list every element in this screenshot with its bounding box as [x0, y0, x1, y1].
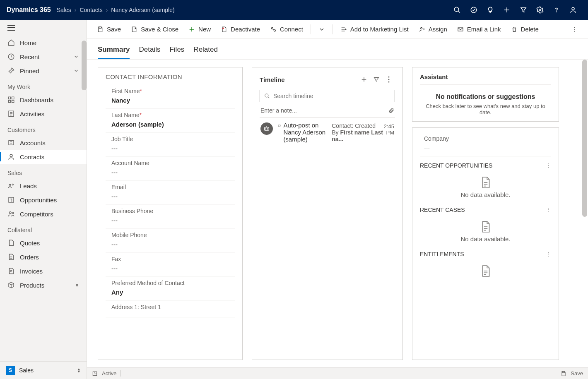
save-icon[interactable] [561, 371, 566, 377]
new-button[interactable]: New [184, 23, 215, 35]
svg-rect-15 [12, 101, 14, 103]
sidebar-item-recent[interactable]: Recent [0, 50, 87, 64]
no-data-text: No data available. [420, 191, 551, 198]
form-field[interactable]: Address 1: Street 1 [106, 300, 235, 317]
help-icon[interactable] [548, 0, 565, 20]
svg-point-7 [572, 7, 574, 10]
field-value: --- [111, 265, 234, 272]
assign-button[interactable]: Assign [414, 23, 451, 35]
scrollbar-thumb[interactable] [582, 60, 587, 217]
company-value[interactable]: --- [420, 144, 551, 151]
more-icon[interactable]: ⋮ [545, 206, 551, 213]
sidebar-item-pinned[interactable]: Pinned [0, 64, 87, 78]
popout-icon[interactable] [92, 371, 98, 377]
sidebar-item-label: Leads [20, 182, 37, 190]
tab-related[interactable]: Related [193, 43, 218, 59]
form-field[interactable]: Job Title--- [106, 132, 235, 156]
sidebar-item-activities[interactable]: Activities [0, 107, 87, 121]
tab-files[interactable]: Files [169, 43, 184, 59]
timeline-item[interactable]: Auto-post on Nancy Aderson (sample) Cont… [260, 118, 395, 367]
sidebar-section-sales: Sales [0, 164, 87, 179]
tab-details[interactable]: Details [139, 43, 160, 59]
sidebar-item-invoices[interactable]: Invoices [0, 264, 87, 278]
sidebar-item-home[interactable]: Home [0, 36, 87, 50]
timeline-more-button[interactable] [383, 73, 395, 86]
sidebar-item-label: Competitors [20, 211, 53, 218]
field-value: Nancy [111, 97, 234, 104]
assistant-card: Assistant No notifications or suggestion… [412, 67, 559, 122]
more-icon[interactable]: ⋮ [545, 251, 551, 257]
section-heading: CONTACT INFORMATION [106, 73, 235, 80]
sidebar-area-switcher[interactable]: S Sales ▲▼ [0, 361, 87, 379]
timeline-search-input[interactable] [273, 93, 390, 99]
form-field[interactable]: Email--- [106, 180, 235, 204]
save-button[interactable]: Save [93, 23, 125, 35]
status-save[interactable]: Save [571, 370, 583, 377]
deactivate-button[interactable]: Deactivate [217, 23, 264, 35]
sidebar-item-quotes[interactable]: Quotes [0, 236, 87, 250]
delete-button[interactable]: Delete [507, 23, 543, 35]
svg-point-31 [420, 27, 422, 29]
save-close-button[interactable]: Save & Close [127, 23, 183, 35]
form-field[interactable]: Fax--- [106, 252, 235, 276]
filter-icon[interactable] [515, 0, 532, 20]
svg-rect-24 [99, 27, 101, 28]
field-value: Aderson (sample) [111, 121, 234, 128]
timeline-note-input[interactable]: Enter a note... [260, 104, 395, 118]
scrollbar-thumb[interactable] [82, 41, 87, 90]
svg-point-39 [388, 79, 390, 80]
sidebar-item-competitors[interactable]: Competitors [0, 207, 87, 221]
document-icon [480, 221, 491, 233]
post-icon [278, 122, 281, 129]
sidebar-item-leads[interactable]: Leads [0, 179, 87, 193]
attachment-icon[interactable] [388, 107, 394, 114]
field-label: Mobile Phone [111, 232, 234, 238]
tab-summary[interactable]: Summary [98, 43, 130, 59]
email-link-button[interactable]: Email a Link [453, 23, 505, 35]
recent-cases-heading: RECENT CASES [420, 206, 465, 213]
sidebar-item-products[interactable]: Products ▼ [0, 278, 87, 292]
svg-point-38 [388, 77, 390, 78]
user-icon[interactable] [565, 0, 581, 20]
sidebar-item-label: Pinned [20, 67, 39, 74]
field-value: --- [111, 145, 234, 152]
sidebar-item-label: Dashboards [20, 96, 53, 103]
form-field[interactable]: Account Name--- [106, 156, 235, 180]
form-field[interactable]: Last Name*Aderson (sample) [106, 108, 235, 132]
form-field[interactable]: Mobile Phone--- [106, 228, 235, 252]
svg-point-19 [9, 184, 11, 186]
caret-down-icon: ▼ [75, 283, 79, 288]
updown-icon: ▲▼ [77, 368, 81, 373]
timeline-search[interactable] [260, 90, 395, 102]
breadcrumb-item[interactable]: Sales [57, 7, 71, 13]
sidebar-section-customers: Customers [0, 121, 87, 136]
task-icon[interactable] [465, 0, 482, 20]
sidebar-item-opportunities[interactable]: Opportunities [0, 193, 87, 207]
sidebar-item-contacts[interactable]: Contacts [0, 150, 87, 164]
gear-icon[interactable] [532, 0, 548, 20]
svg-point-45 [267, 129, 267, 129]
connect-dropdown[interactable] [314, 24, 329, 35]
breadcrumb-item[interactable]: Nancy Aderson (sample) [111, 7, 174, 13]
svg-point-6 [557, 12, 557, 12]
sidebar-item-accounts[interactable]: Accounts [0, 136, 87, 150]
more-icon[interactable]: ⋮ [545, 162, 551, 169]
field-value: --- [111, 169, 234, 176]
form-field[interactable]: Preferred Method of ContactAny [106, 276, 235, 300]
timeline-add-button[interactable] [358, 73, 370, 86]
sidebar-item-dashboards[interactable]: Dashboards [0, 93, 87, 107]
hamburger-icon[interactable] [0, 20, 87, 36]
form-field[interactable]: Business Phone--- [106, 204, 235, 228]
timeline-filter-button[interactable] [370, 73, 383, 86]
plus-icon[interactable] [499, 0, 515, 20]
more-commands-button[interactable] [567, 24, 582, 35]
lightbulb-icon[interactable] [482, 0, 499, 20]
brand: Dynamics 365 [7, 6, 51, 14]
connect-button[interactable]: Connect [266, 23, 307, 35]
form-field[interactable]: First Name*Nancy [106, 84, 235, 108]
contact-information-card: CONTACT INFORMATION First Name*NancyLast… [98, 67, 243, 360]
sidebar-item-orders[interactable]: Orders [0, 250, 87, 264]
breadcrumb-item[interactable]: Contacts [80, 7, 102, 13]
search-icon[interactable] [449, 0, 465, 20]
add-marketing-button[interactable]: Add to Marketing List [336, 23, 413, 35]
